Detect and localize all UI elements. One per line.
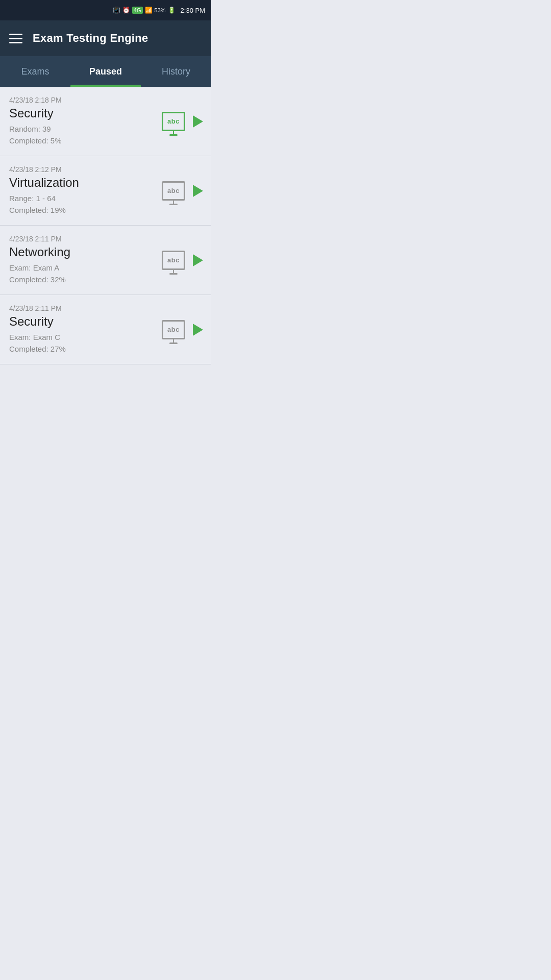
- status-bar: 📳 ⏰ 4G 📶 53% 🔋 2:30 PM: [0, 0, 211, 20]
- play-arrow-icon[interactable]: [193, 185, 203, 197]
- item-date: 4/23/18 2:11 PM: [9, 235, 154, 243]
- tab-bar: Exams Paused History: [0, 56, 211, 87]
- flashcard-icon: abc: [160, 110, 187, 133]
- menu-button[interactable]: [9, 34, 22, 43]
- paused-list: 4/23/18 2:18 PM Security Random: 39 Comp…: [0, 87, 211, 364]
- item-sub-line1: Random: 39: [9, 124, 154, 135]
- tab-paused[interactable]: Paused: [70, 56, 141, 87]
- flashcard-icon: abc: [160, 249, 187, 272]
- item-date: 4/23/18 2:12 PM: [9, 165, 154, 174]
- list-item[interactable]: 4/23/18 2:11 PM Security Exam: Exam C Co…: [0, 295, 211, 364]
- app-bar: Exam Testing Engine: [0, 20, 211, 56]
- network-4g-icon: 4G: [132, 7, 143, 14]
- item-actions: abc: [160, 110, 203, 133]
- play-arrow-icon[interactable]: [193, 115, 203, 128]
- battery-icon: 🔋: [168, 7, 176, 14]
- item-sub-line2: Completed: 19%: [9, 205, 154, 216]
- list-item-content: 4/23/18 2:11 PM Security Exam: Exam C Co…: [9, 304, 154, 355]
- item-title: Security: [9, 314, 154, 329]
- list-item[interactable]: 4/23/18 2:18 PM Security Random: 39 Comp…: [0, 87, 211, 156]
- item-sub-line2: Completed: 5%: [9, 135, 154, 147]
- item-sub-line2: Completed: 27%: [9, 344, 154, 355]
- empty-space: [0, 364, 211, 467]
- item-date: 4/23/18 2:18 PM: [9, 96, 154, 104]
- flashcard-icon: abc: [160, 318, 187, 341]
- abc-board: abc: [162, 181, 185, 201]
- item-date: 4/23/18 2:11 PM: [9, 304, 154, 312]
- item-sub-line1: Range: 1 - 64: [9, 193, 154, 205]
- signal-bars-icon: 📶: [145, 7, 153, 14]
- list-item[interactable]: 4/23/18 2:11 PM Networking Exam: Exam A …: [0, 226, 211, 295]
- play-arrow-icon[interactable]: [193, 254, 203, 266]
- item-title: Security: [9, 106, 154, 120]
- item-title: Networking: [9, 245, 154, 259]
- item-sub-line1: Exam: Exam A: [9, 262, 154, 274]
- abc-board: abc: [162, 251, 185, 270]
- app-title: Exam Testing Engine: [33, 32, 148, 45]
- item-title: Virtualization: [9, 176, 154, 190]
- item-actions: abc: [160, 179, 203, 203]
- play-arrow-icon[interactable]: [193, 324, 203, 336]
- vibrate-icon: 📳: [113, 7, 120, 14]
- item-sub-line2: Completed: 32%: [9, 274, 154, 286]
- status-icons: 📳 ⏰ 4G 📶 53% 🔋 2:30 PM: [113, 7, 205, 14]
- flashcard-icon: abc: [160, 179, 187, 203]
- item-actions: abc: [160, 318, 203, 341]
- status-time: 2:30 PM: [181, 7, 205, 14]
- item-actions: abc: [160, 249, 203, 272]
- list-item-content: 4/23/18 2:11 PM Networking Exam: Exam A …: [9, 235, 154, 285]
- alarm-icon: ⏰: [122, 7, 130, 14]
- battery-percent: 53%: [155, 7, 166, 13]
- list-item[interactable]: 4/23/18 2:12 PM Virtualization Range: 1 …: [0, 156, 211, 226]
- list-item-content: 4/23/18 2:18 PM Security Random: 39 Comp…: [9, 96, 154, 146]
- item-sub-line1: Exam: Exam C: [9, 332, 154, 344]
- abc-board-green: abc: [162, 112, 185, 131]
- abc-board: abc: [162, 320, 185, 339]
- tab-history[interactable]: History: [141, 56, 211, 87]
- tab-exams[interactable]: Exams: [0, 56, 70, 87]
- list-item-content: 4/23/18 2:12 PM Virtualization Range: 1 …: [9, 165, 154, 216]
